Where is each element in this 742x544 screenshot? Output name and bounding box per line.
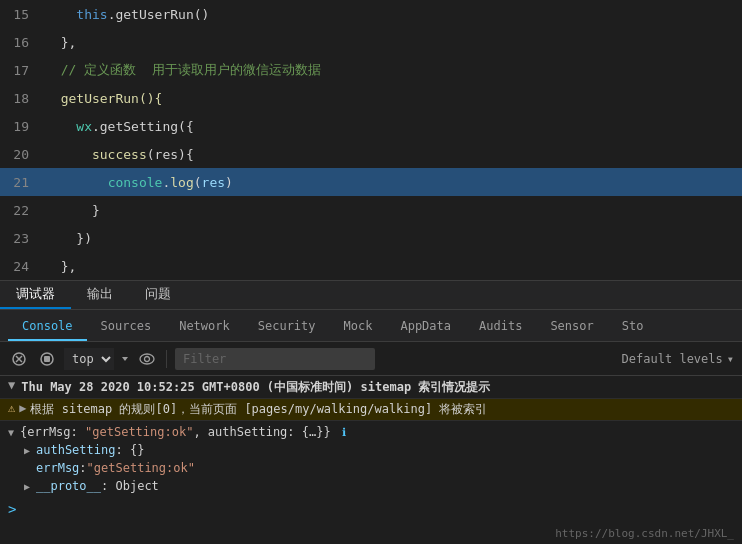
devtools-tab-network[interactable]: Network bbox=[165, 313, 244, 341]
triangle-closed[interactable]: ▼ bbox=[8, 378, 15, 392]
svg-marker-5 bbox=[122, 357, 128, 361]
auth-setting-line: authSetting : {} bbox=[8, 441, 734, 459]
code-line-18: 18 getUserRun(){ bbox=[0, 84, 742, 112]
line-number: 24 bbox=[0, 259, 45, 274]
code-line-15: 15 this.getUserRun() bbox=[0, 0, 742, 28]
code-line-21: 21 console.log(res) bbox=[0, 168, 742, 196]
devtools-tab-sto[interactable]: Sto bbox=[608, 313, 658, 341]
context-selector[interactable]: top bbox=[64, 348, 114, 370]
debug-tab-调试器[interactable]: 调试器 bbox=[0, 281, 71, 309]
debug-tab-问题[interactable]: 问题 bbox=[129, 281, 187, 309]
line-number: 17 bbox=[0, 63, 45, 78]
prompt-arrow-icon: > bbox=[8, 501, 16, 517]
svg-point-7 bbox=[145, 356, 150, 361]
line-content: this.getUserRun() bbox=[45, 7, 209, 22]
line-number: 23 bbox=[0, 231, 45, 246]
code-line-24: 24 }, bbox=[0, 252, 742, 280]
object-tree: {errMsg: "getSetting:ok", authSetting: {… bbox=[0, 421, 742, 497]
devtools-tab-sources[interactable]: Sources bbox=[87, 313, 166, 341]
line-content: }, bbox=[45, 35, 76, 50]
line-number: 16 bbox=[0, 35, 45, 50]
devtools-tabs-bar: ConsoleSourcesNetworkSecurityMockAppData… bbox=[0, 310, 742, 342]
console-timestamp-text: Thu May 28 2020 10:52:25 GMT+0800 (中国标准时… bbox=[21, 378, 490, 396]
code-line-23: 23 }) bbox=[0, 224, 742, 252]
line-content: console.log(res) bbox=[45, 175, 233, 190]
debug-tabs-bar: 调试器输出问题 bbox=[0, 280, 742, 310]
err-msg-line: errMsg : "getSetting:ok" bbox=[8, 459, 734, 477]
proto-expand[interactable] bbox=[24, 481, 36, 492]
code-line-20: 20 success(res){ bbox=[0, 140, 742, 168]
object-root-line: {errMsg: "getSetting:ok", authSetting: {… bbox=[8, 423, 734, 441]
clear-console-button[interactable] bbox=[8, 348, 30, 370]
line-content: success(res){ bbox=[45, 147, 194, 162]
line-content: }) bbox=[45, 231, 92, 246]
line-content: getUserRun(){ bbox=[45, 91, 162, 106]
line-number: 20 bbox=[0, 147, 45, 162]
code-editor: 15 this.getUserRun()16 },17 // 定义函数 用于读取… bbox=[0, 0, 742, 280]
eye-button[interactable] bbox=[136, 348, 158, 370]
console-content: ▼ Thu May 28 2020 10:52:25 GMT+0800 (中国标… bbox=[0, 376, 742, 544]
devtools-tab-sensor[interactable]: Sensor bbox=[536, 313, 607, 341]
line-number: 22 bbox=[0, 203, 45, 218]
line-content: // 定义函数 用于读取用户的微信运动数据 bbox=[45, 61, 321, 79]
default-levels-chevron-icon: ▾ bbox=[727, 352, 734, 366]
code-line-17: 17 // 定义函数 用于读取用户的微信运动数据 bbox=[0, 56, 742, 84]
toolbar-divider bbox=[166, 350, 167, 368]
line-number: 15 bbox=[0, 7, 45, 22]
console-warning-entry: ⚠ ▶ 根据 sitemap 的规则[0]，当前页面 [pages/my/wal… bbox=[0, 399, 742, 421]
filter-input[interactable] bbox=[175, 348, 375, 370]
auth-setting-expand[interactable] bbox=[24, 445, 36, 456]
console-prompt[interactable]: > bbox=[0, 497, 742, 521]
svg-rect-4 bbox=[44, 356, 50, 362]
debug-tab-输出[interactable]: 输出 bbox=[71, 281, 129, 309]
devtools-tab-mock[interactable]: Mock bbox=[330, 313, 387, 341]
warning-text: 根据 sitemap 的规则[0]，当前页面 [pages/my/walking… bbox=[30, 401, 487, 418]
warning-icon: ⚠ bbox=[8, 401, 15, 415]
line-number: 19 bbox=[0, 119, 45, 134]
devtools-tab-security[interactable]: Security bbox=[244, 313, 330, 341]
bottom-link: https://blog.csdn.net/JHXL_ bbox=[555, 527, 734, 540]
code-line-16: 16 }, bbox=[0, 28, 742, 56]
code-line-22: 22 } bbox=[0, 196, 742, 224]
line-content: wx.getSetting({ bbox=[45, 119, 194, 134]
code-line-19: 19 wx.getSetting({ bbox=[0, 112, 742, 140]
object-expand-arrow[interactable] bbox=[8, 427, 20, 438]
object-root-label: {errMsg: "getSetting:ok", authSetting: {… bbox=[20, 425, 346, 439]
svg-point-6 bbox=[140, 354, 154, 364]
devtools-tab-console[interactable]: Console bbox=[8, 313, 87, 341]
warning-expand-arrow[interactable]: ▶ bbox=[19, 401, 26, 415]
line-number: 18 bbox=[0, 91, 45, 106]
default-levels-label: Default levels bbox=[622, 352, 723, 366]
line-content: } bbox=[45, 203, 100, 218]
devtools-panel: ConsoleSourcesNetworkSecurityMockAppData… bbox=[0, 310, 742, 544]
devtools-toolbar: top Default levels ▾ bbox=[0, 342, 742, 376]
default-levels-dropdown[interactable]: Default levels ▾ bbox=[622, 352, 734, 366]
console-timestamp-entry: ▼ Thu May 28 2020 10:52:25 GMT+0800 (中国标… bbox=[0, 376, 742, 399]
devtools-tab-audits[interactable]: Audits bbox=[465, 313, 536, 341]
proto-line: __proto__ : Object bbox=[8, 477, 734, 495]
line-number: 21 bbox=[0, 175, 45, 190]
stop-button[interactable] bbox=[36, 348, 58, 370]
line-content: }, bbox=[45, 259, 76, 274]
info-icon: ℹ bbox=[342, 426, 346, 439]
devtools-tab-appdata[interactable]: AppData bbox=[386, 313, 465, 341]
context-chevron-icon bbox=[120, 354, 130, 364]
